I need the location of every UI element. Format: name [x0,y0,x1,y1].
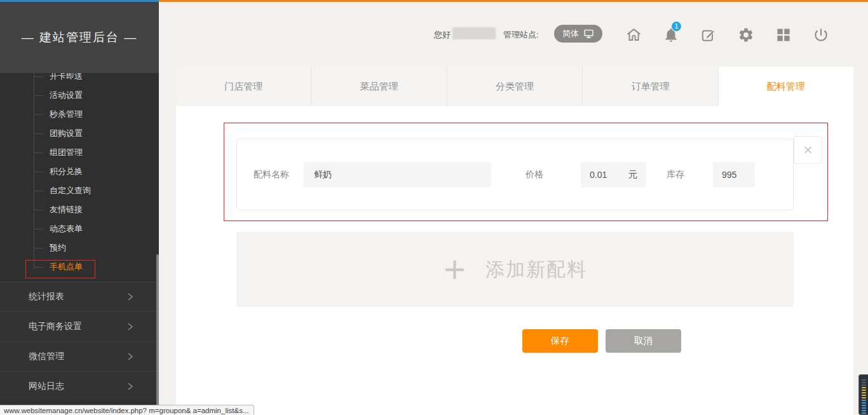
sidebar-item-dynamic-form[interactable]: 动态表单 [0,219,159,238]
indicator-stripe [862,405,866,406]
cancel-button[interactable]: 取消 [606,329,681,353]
ingredient-name-input[interactable]: 鲜奶 [303,162,491,187]
tab-dish-management[interactable]: 菜品管理 [311,67,447,106]
sidebar-section-wechat[interactable]: 微信管理 [0,341,159,371]
sidebar-header: — 建站管理后台 — [0,2,159,73]
sidebar-item-points[interactable]: 积分兑换 [0,162,159,181]
scroll-indicator-widget[interactable] [858,374,868,415]
plus-icon [443,258,466,282]
sidebar-item-groupteam[interactable]: 组团管理 [0,143,159,162]
top-header: 您好 管理站点: 简体 1 [159,2,868,67]
indicator-stripe [862,387,866,388]
gear-icon[interactable] [736,25,756,44]
greeting-text: 您好 [434,29,451,41]
chevron-right-icon [126,382,135,391]
chevron-right-icon [126,322,135,331]
indicator-stripe [862,390,866,391]
sidebar-item-groupbuy[interactable]: 团购设置 [0,124,159,143]
indicator-stripe [862,384,866,386]
tab-ingredient-management[interactable]: 配料管理 [719,67,853,106]
manage-site-label: 管理站点: [503,29,539,41]
stock-value: 995 [722,170,736,180]
stock-label: 库存 [667,169,684,180]
close-icon[interactable]: × [794,136,822,164]
indicator-stripe [862,402,866,404]
price-value: 0.01 [590,170,607,180]
price-label: 价格 [526,169,543,180]
sidebar-scrollbar[interactable] [156,254,159,413]
section-label: 微信管理 [29,351,64,362]
section-label: 电子商务设置 [29,321,82,332]
status-bar-url: www.websitemanage.cn/website/index.php? … [0,405,254,415]
site-switch-button[interactable]: 简体 [554,25,602,43]
tab-order-management[interactable]: 订单管理 [583,67,718,106]
notification-badge: 1 [672,22,681,31]
price-input[interactable]: 0.01 元 [581,162,646,187]
username-redacted [452,27,496,39]
add-ingredient-label: 添加新配料 [485,257,587,283]
indicator-stripe [862,397,866,398]
sidebar-item-activity[interactable]: 活动设置 [0,86,159,105]
tab-category-management[interactable]: 分类管理 [447,67,583,106]
save-button[interactable]: 保存 [522,329,598,353]
add-ingredient-button[interactable]: 添加新配料 [236,232,794,307]
indicator-stripe [862,379,866,381]
home-icon[interactable] [624,25,643,44]
indicator-stripe [862,392,866,393]
sidebar-item-mobile-order[interactable]: 手机点单 [0,257,159,276]
tab-bar: 门店管理 菜品管理 分类管理 订单管理 配料管理 [176,67,853,106]
content-panel: 门店管理 菜品管理 分类管理 订单管理 配料管理 配料名称 鲜奶 价格 0.01… [176,67,853,415]
sidebar-section-stats[interactable]: 统计报表 [0,282,159,311]
section-label: 统计报表 [29,291,64,303]
monitor-icon [583,29,594,39]
sidebar-item-card-gift[interactable]: 开卡即送 [0,73,159,86]
indicator-stripe [862,400,866,401]
indicator-stripe [862,410,866,411]
sidebar-item-reservation[interactable]: 预约 [0,238,159,257]
indicator-stripe [862,407,866,409]
lang-label: 简体 [562,28,579,39]
sidebar-item-links[interactable]: 友情链接 [0,200,159,219]
tab-store-management[interactable]: 门店管理 [176,67,311,106]
chevron-right-icon [126,352,135,361]
ingredient-name-label: 配料名称 [254,169,289,180]
ingredient-name-value: 鲜奶 [314,169,332,180]
sidebar-section-sitelog[interactable]: 网站日志 [0,371,159,401]
indicator-stripe [862,412,866,414]
sidebar-sections: 统计报表 电子商务设置 微信管理 网站日志 [0,282,159,401]
compose-icon[interactable] [699,25,718,44]
price-unit: 元 [628,169,637,180]
grid-icon[interactable] [774,25,793,44]
power-icon[interactable] [811,25,831,44]
sidebar-submenu: 开卡即送 活动设置 秒杀管理 团购设置 组团管理 积分兑换 自定义查询 友情链接… [0,73,159,280]
sidebar-item-seckill[interactable]: 秒杀管理 [0,105,159,124]
ingredient-card: 配料名称 鲜奶 价格 0.01 元 库存 995 [236,139,794,210]
indicator-stripe [862,395,866,396]
indicator-stripe [862,382,866,383]
app-title: — 建站管理后台 — [22,29,138,46]
sidebar-section-ecommerce[interactable]: 电子商务设置 [0,311,159,341]
sidebar: — 建站管理后台 — 开卡即送 活动设置 秒杀管理 团购设置 组团管理 积分兑换… [0,2,159,415]
stock-input[interactable]: 995 [713,162,755,187]
chevron-right-icon [126,292,135,301]
section-label: 网站日志 [29,381,64,392]
sidebar-item-custom-query[interactable]: 自定义查询 [0,181,159,200]
